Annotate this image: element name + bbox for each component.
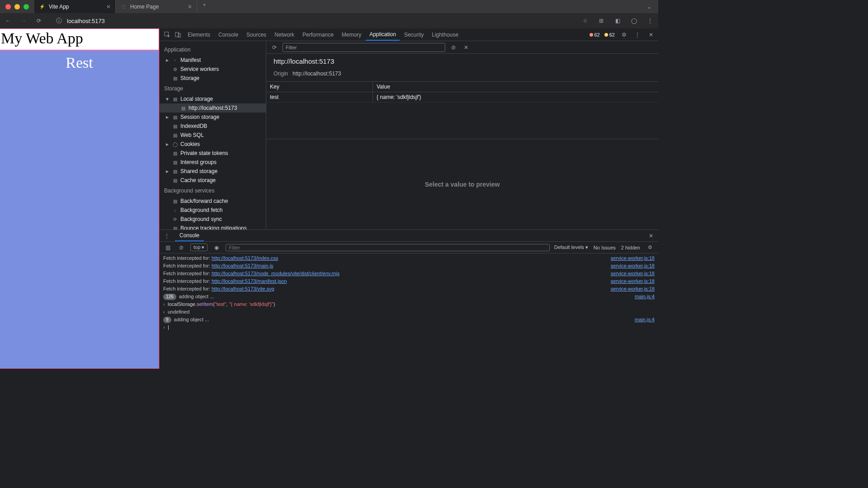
log-line[interactable]: 9adding object ...main.js:4 [160,316,658,324]
profile-icon[interactable]: ◯ [629,16,638,25]
log-command[interactable]: ›localStorage.setItem("test", "{ name: '… [160,300,658,308]
tab-console[interactable]: Console [215,28,242,41]
nav-cache-storage[interactable]: ▤Cache storage [160,176,266,185]
close-tab-icon[interactable]: ✕ [106,4,111,10]
database-icon: ▤ [172,75,178,81]
log-result[interactable]: ‹undefined [160,308,658,316]
nav-session-storage[interactable]: ▸▤Session storage [160,113,266,122]
tab-memory[interactable]: Memory [338,28,365,41]
filter-input[interactable]: Filter [283,43,445,52]
minimize-window-icon[interactable] [14,4,20,9]
site-info-icon[interactable]: ⓘ [54,16,63,25]
clear-console-icon[interactable]: ⊘ [177,243,186,252]
close-drawer-icon[interactable]: ✕ [646,231,656,240]
nav-bfcache[interactable]: ▤Back/forward cache [160,197,266,206]
nav-storage[interactable]: ▤Storage [160,74,266,83]
tab-title: Vite App [49,4,69,10]
log-line[interactable]: Fetch intercepted for: http://localhost:… [160,270,658,277]
cell-key: test [266,92,373,102]
close-devtools-icon[interactable]: ✕ [646,30,656,39]
sidebar-toggle-icon[interactable]: ▥ [163,243,172,252]
tab-lighthouse[interactable]: Lighthouse [428,28,462,41]
nav-cookies[interactable]: ▸◯Cookies [160,140,266,149]
reload-button[interactable]: ⟳ [34,16,43,25]
inspect-icon[interactable] [162,32,172,38]
nav-bgsync[interactable]: ⟳Background sync [160,215,266,224]
bookmark-icon[interactable]: ☆ [580,16,590,25]
browser-tab[interactable]: ⚡ Vite App ✕ [34,0,116,13]
issues-link[interactable]: No Issues [594,245,616,250]
close-window-icon[interactable] [5,4,11,9]
delete-icon[interactable]: ✕ [462,43,471,52]
origin-row: Originhttp://localhost:5173 [266,69,658,79]
section-storage: Storage [160,83,266,94]
nav-bgfetch[interactable]: ↓Background fetch [160,206,266,215]
refresh-icon[interactable]: ⟳ [270,43,279,52]
console-settings-icon[interactable]: ⚙ [646,243,655,252]
toolbar: ← → ⟳ ⓘ localhost:5173 ☆ ⊞ ◧ ◯ ⋮ [0,13,658,28]
tab-elements[interactable]: Elements [184,28,214,41]
nav-interest-groups[interactable]: ▤Interest groups [160,158,266,167]
browser-tab[interactable]: ◌ Home Page ✕ [116,0,197,13]
settings-icon[interactable]: ⚙ [619,30,628,39]
drawer-tab-console[interactable]: Console [175,230,204,241]
menu-icon[interactable]: ⋮ [646,16,655,25]
console-prompt[interactable]: ›| [160,324,658,331]
nav-bounce[interactable]: ▤Bounce tracking mitigations [160,224,266,230]
log-line[interactable]: 126adding object ...main.js:4 [160,293,658,300]
close-tab-icon[interactable]: ✕ [188,4,192,10]
drawer-menu-icon[interactable]: ⋮ [162,231,171,240]
database-icon: ▤ [172,132,178,138]
devtools-tabs: Elements Console Sources Network Perform… [160,28,658,41]
nav-websql[interactable]: ▤Web SQL [160,131,266,140]
nav-private-tokens[interactable]: ▤Private state tokens [160,149,266,158]
sync-icon: ⟳ [172,216,178,222]
drawer-tabs: ⋮ Console ✕ [160,230,658,242]
col-value[interactable]: Value [373,82,658,92]
nav-service-workers[interactable]: ⚙Service workers [160,65,266,74]
col-key[interactable]: Key [266,82,373,92]
tab-application[interactable]: Application [366,28,400,41]
window-controls [0,4,34,9]
extensions-icon[interactable]: ⊞ [597,16,606,25]
hidden-count[interactable]: 2 hidden [621,245,640,250]
nav-local-storage[interactable]: ▾▤Local storage [160,94,266,103]
zoom-window-icon[interactable] [24,4,29,9]
log-levels[interactable]: Default levels ▾ [554,244,588,250]
new-tab-button[interactable]: ＋ [200,0,209,9]
tab-network[interactable]: Network [271,28,298,41]
log-line[interactable]: Fetch intercepted for: http://localhost:… [160,254,658,262]
device-toolbar-icon[interactable] [173,32,183,38]
nav-indexeddb[interactable]: ▤IndexedDB [160,122,266,131]
warning-count[interactable]: 62 [604,32,615,38]
log-line[interactable]: Fetch intercepted for: http://localhost:… [160,285,658,293]
forward-button[interactable]: → [19,16,28,25]
address-bar[interactable]: ⓘ localhost:5173 [54,16,105,25]
table-header: Key Value [266,81,658,92]
download-icon: ↓ [172,207,178,213]
error-count[interactable]: 62 [590,32,600,38]
nav-local-storage-origin[interactable]: ▤http://localhost:5173 [160,103,266,113]
sidepanel-icon[interactable]: ◧ [613,16,622,25]
tab-performance[interactable]: Performance [299,28,337,41]
table-row[interactable]: test { name: 'sdkfjldsjf'} [266,92,658,103]
back-button[interactable]: ← [4,16,13,25]
nav-shared-storage[interactable]: ▸▤Shared storage [160,167,266,176]
nav-manifest[interactable]: ▸▫Manifest [160,56,266,65]
live-expression-icon[interactable]: ◉ [212,243,221,252]
shield-icon: ▤ [172,225,178,230]
storage-table: Key Value test { name: 'sdkfjldsjf'} [266,81,658,139]
context-selector[interactable]: top ▾ [190,244,208,251]
log-line[interactable]: Fetch intercepted for: http://localhost:… [160,277,658,285]
tabs-menu-icon[interactable]: ⌄ [645,2,654,11]
clear-all-icon[interactable]: ⊘ [449,43,458,52]
storage-icon: ▤ [172,169,178,174]
tab-security[interactable]: Security [401,28,427,41]
tab-sources[interactable]: Sources [243,28,270,41]
console-filter-input[interactable] [226,244,549,251]
more-icon[interactable]: ⋮ [633,30,642,39]
file-icon: ▫ [172,57,178,63]
log-line[interactable]: Fetch intercepted for: http://localhost:… [160,262,658,270]
browser-tabs: ⚡ Vite App ✕ ◌ Home Page ✕ ＋ [34,0,209,13]
origin-heading: http://localhost:5173 [266,54,658,69]
